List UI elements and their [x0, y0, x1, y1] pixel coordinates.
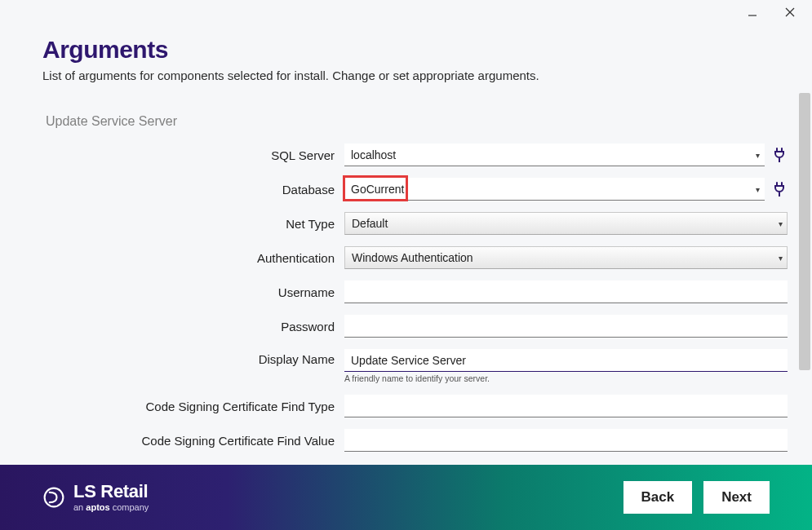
row-net-type: Net Type Default ▾	[42, 212, 788, 235]
brand-sub-suffix: company	[110, 502, 149, 512]
sql-server-combobox[interactable]	[344, 144, 765, 166]
page-title: Arguments	[42, 36, 788, 64]
row-password: Password	[42, 315, 788, 338]
display-name-input[interactable]	[344, 349, 788, 372]
display-name-helper: A friendly name to identify your server.	[344, 373, 788, 383]
content-area: Update Service Server SQL Server ▾ Datab…	[42, 106, 788, 465]
next-button[interactable]: Next	[703, 481, 770, 514]
authentication-select[interactable]: Windows Authentication	[344, 246, 788, 269]
label-cert-find-value: Code Signing Certificate Find Value	[42, 434, 344, 448]
label-cert-find-type: Code Signing Certificate Find Type	[42, 400, 344, 413]
brand-name: LS Retail	[73, 483, 149, 501]
page-subtitle: List of arguments for components selecte…	[42, 68, 788, 82]
authentication-value: Windows Authentication	[352, 251, 473, 264]
test-connection-icon[interactable]	[771, 147, 788, 163]
footer: LS Retail an aptos company Back Next	[0, 465, 812, 530]
header: Arguments List of arguments for componen…	[42, 36, 788, 82]
brand-sub-bold: aptos	[86, 502, 109, 512]
label-authentication: Authentication	[42, 251, 344, 265]
label-sql-server: SQL Server	[42, 148, 344, 162]
net-type-value: Default	[352, 217, 388, 230]
row-database: Database ▾	[42, 178, 788, 201]
label-username: Username	[42, 285, 344, 299]
svg-point-3	[45, 488, 64, 507]
brand-logo-icon	[42, 486, 65, 509]
scrollbar-thumb[interactable]	[799, 93, 810, 370]
minimize-button[interactable]	[745, 5, 760, 20]
row-cert-find-type: Code Signing Certificate Find Type	[42, 395, 788, 417]
label-database: Database	[42, 183, 344, 197]
cert-find-type-input[interactable]	[344, 395, 788, 417]
brand: LS Retail an aptos company	[42, 483, 149, 512]
label-net-type: Net Type	[42, 217, 344, 231]
vertical-scrollbar[interactable]	[799, 93, 810, 465]
database-combobox[interactable]	[344, 178, 765, 201]
password-input[interactable]	[344, 315, 788, 338]
installer-window: Arguments List of arguments for componen…	[0, 0, 812, 530]
brand-sub-prefix: an	[73, 502, 86, 512]
titlebar	[745, 0, 812, 24]
net-type-select[interactable]: Default	[344, 212, 788, 235]
username-input[interactable]	[344, 280, 788, 303]
arguments-form: SQL Server ▾ Database ▾	[42, 144, 788, 452]
brand-subtitle: an aptos company	[73, 503, 149, 512]
row-display-name: Display Name A friendly name to identify…	[42, 349, 788, 383]
back-button[interactable]: Back	[623, 481, 693, 514]
label-display-name: Display Name	[42, 349, 344, 366]
cert-find-value-input[interactable]	[344, 429, 788, 452]
row-username: Username	[42, 280, 788, 303]
footer-buttons: Back Next	[623, 481, 770, 514]
row-cert-find-value: Code Signing Certificate Find Value	[42, 429, 788, 452]
section-title: Update Service Server	[46, 114, 788, 129]
row-sql-server: SQL Server ▾	[42, 144, 788, 166]
close-button[interactable]	[783, 5, 797, 20]
label-password: Password	[42, 320, 344, 333]
row-authentication: Authentication Windows Authentication ▾	[42, 246, 788, 269]
test-connection-icon[interactable]	[771, 181, 788, 197]
